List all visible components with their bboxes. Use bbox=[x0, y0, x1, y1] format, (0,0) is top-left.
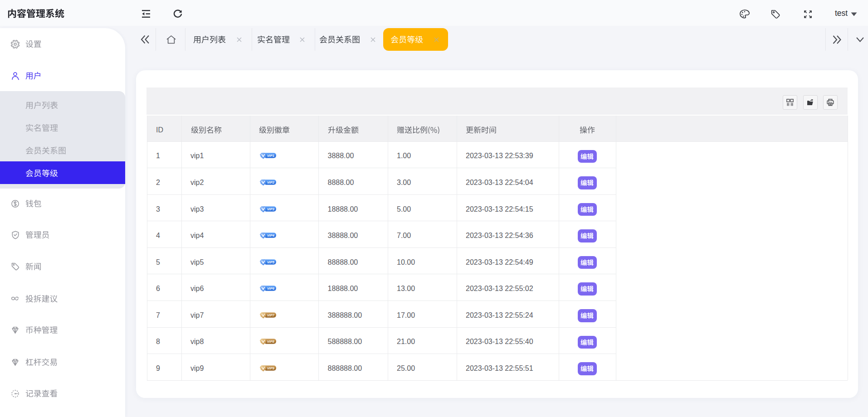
svg-text:VIP6: VIP6 bbox=[267, 286, 275, 291]
svg-text:VIP1: VIP1 bbox=[267, 154, 274, 158]
svg-text:VIP8: VIP8 bbox=[267, 339, 275, 344]
svg-text:VIP2: VIP2 bbox=[267, 180, 274, 184]
svg-text:VIP9: VIP9 bbox=[267, 366, 275, 370]
svg-text:VIP7: VIP7 bbox=[267, 313, 275, 317]
svg-text:VIP3: VIP3 bbox=[267, 207, 274, 211]
svg-text:VIP5: VIP5 bbox=[267, 260, 275, 264]
svg-text:VIP4: VIP4 bbox=[267, 233, 274, 238]
